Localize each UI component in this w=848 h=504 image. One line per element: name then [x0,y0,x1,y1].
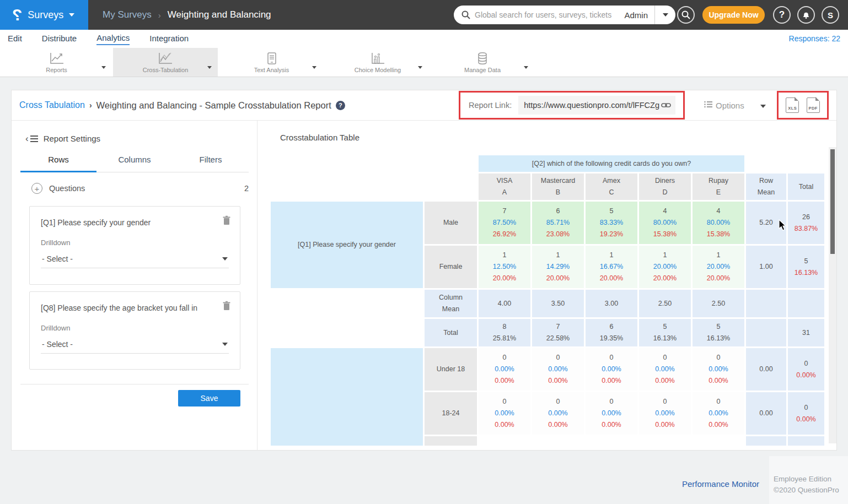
report-settings-panel: ‹ Report Settings Rows Columns Filters +… [12,121,257,451]
report-link-field[interactable]: https://www.questionpro.com/t/lFFCZg [518,96,675,115]
drilldown-select[interactable]: - Select - [41,250,229,268]
crosstab-cell [788,436,824,446]
crosstab-title: Crosstabulation Table [280,133,359,142]
grand-total-cell: 31 [788,319,824,346]
settings-tabs: Rows Columns Filters [20,155,249,172]
crosstab-cell: 480.00%15.38% [639,202,691,244]
crosstab-cell [746,290,786,317]
crosstab-cell [693,436,744,446]
search-scope-selector[interactable]: Admin [618,10,654,20]
crosstab-cell [746,155,824,172]
options-dropdown[interactable]: Options [694,90,776,120]
total-row-label: Total [425,319,477,346]
row-label: Female [425,246,477,288]
tool-choice-modelling-caret[interactable] [418,61,422,71]
crosstab-cell: 00.00%0.00% [586,392,637,435]
delete-question-button[interactable] [222,215,231,227]
crosstab-cell: 120.00%20.00% [693,246,744,288]
save-button[interactable]: Save [178,390,240,407]
export-annotation: XLS PDF [777,91,829,120]
database-icon [476,52,489,65]
menu-item-edit[interactable]: Edit [8,34,22,45]
table-row: Total825.81%722.58%619.35%516.13%516.13%… [271,319,824,346]
link-icon[interactable] [661,102,671,109]
tool-choice-modelling[interactable]: Choice Modelling [325,48,430,77]
tool-reports[interactable]: Reports [0,48,113,77]
table-row: [Q2] which of the following credit cards… [271,155,824,172]
vertical-scrollbar [829,147,836,443]
survey-menu-bar: Edit Distribute Analytics Integration Re… [0,30,848,48]
edition-info: Employee Edition ©2020 QuestionPro [769,456,848,504]
upgrade-now-button[interactable]: Upgrade Now [702,6,765,24]
breadcrumb-separator: › [158,10,161,20]
options-list-icon [704,100,712,110]
crosstab-cell: 00.00%0.00% [693,348,744,391]
tool-manage-data-caret[interactable] [524,61,528,71]
crosstab-cell: 00.00%0.00% [586,348,637,391]
row-total-cell: 2683.87% [788,202,824,244]
notifications-button[interactable] [797,6,815,24]
product-switcher[interactable]: ? Surveys [0,0,88,30]
search-scope-caret[interactable] [654,6,675,24]
app-window: ? Surveys My Surveys › Weighting and Bal… [0,0,848,504]
crosstab-cell: 685.71%23.08% [532,202,584,244]
tool-text-analysis[interactable]: Text Analysis [218,48,325,77]
crosstab-cell: 00.00%0.00% [532,392,584,435]
column-mean-cell: 3.00 [586,290,637,317]
xls-icon: XLS [786,106,798,111]
column-mean-label: ColumnMean [425,290,477,317]
avatar-initial: S [828,10,833,20]
menu-item-analytics[interactable]: Analytics [96,33,130,45]
cross-tabulation-link[interactable]: Cross Tabulation [19,100,85,110]
breadcrumb-my-surveys[interactable]: My Surveys [103,9,152,20]
tool-cross-tabulation-caret[interactable] [207,61,212,71]
questions-label: Questions [49,184,85,193]
global-search: Admin [454,6,675,24]
tool-reports-caret[interactable] [101,61,106,71]
tool-text-analysis-caret[interactable] [312,61,316,71]
delete-question-button[interactable] [222,301,231,313]
table-row: VISAAMastercardBAmexCDinersDRupayERowMea… [271,174,824,200]
crosstab-cell [746,436,786,446]
crosstab-cell: 480.00%15.38% [693,202,744,244]
report-link-url[interactable]: https://www.questionpro.com/t/lFFCZg [524,101,661,110]
analytics-toolbar: Reports Cross-Tabulation Text Analysis C… [0,48,848,77]
menu-item-distribute[interactable]: Distribute [42,34,77,45]
search-icon [681,10,690,19]
collapse-panel-icon[interactable]: ‹ [25,134,38,143]
tool-manage-data[interactable]: Manage Data [430,48,535,77]
column-header: DinersD [639,174,691,200]
menu-item-integration[interactable]: Integration [149,34,189,45]
export-xls-button[interactable]: XLS [786,97,799,113]
questions-count: 2 [244,184,249,193]
user-avatar[interactable]: S [822,6,839,24]
tool-cross-tabulation[interactable]: Cross-Tabulation [113,48,218,77]
crosstab-cell: 114.29%20.00% [532,246,584,288]
crosstab-cell: 00.00%0.00% [639,392,691,435]
crosstab-cell [425,436,477,446]
tab-rows[interactable]: Rows [20,155,96,172]
performance-monitor-link[interactable]: Performance Monitor [682,479,759,489]
crosstab-cell [271,155,477,172]
search-submit-button[interactable] [677,6,695,24]
panel-title: Report Settings [44,134,100,143]
breadcrumb: My Surveys › Weighting and Balancing [103,0,271,30]
help-button[interactable]: ? [773,6,791,24]
add-question-button[interactable]: + [31,183,42,194]
question-text: [Q1] Please specify your gender [30,207,240,227]
responses-count[interactable]: Responses: 22 [789,34,840,43]
drilldown-select[interactable]: - Select - [41,335,229,354]
bell-icon [802,10,811,19]
row-mean-cell: 0.00 [746,392,786,435]
row-label: 18-24 [425,392,477,435]
export-pdf-button[interactable]: PDF [807,97,820,113]
report-title: Weighting and Balancing - Sample Crossta… [96,100,331,111]
tab-filters[interactable]: Filters [173,155,249,172]
column-mean-cell: 2.50 [693,290,744,317]
report-help-icon[interactable]: ? [336,101,345,110]
scrollbar-thumb[interactable] [830,149,835,254]
options-caret[interactable] [760,100,766,110]
tab-columns[interactable]: Columns [96,155,173,172]
line-chart-icon [49,52,65,65]
global-search-input[interactable] [475,10,618,19]
